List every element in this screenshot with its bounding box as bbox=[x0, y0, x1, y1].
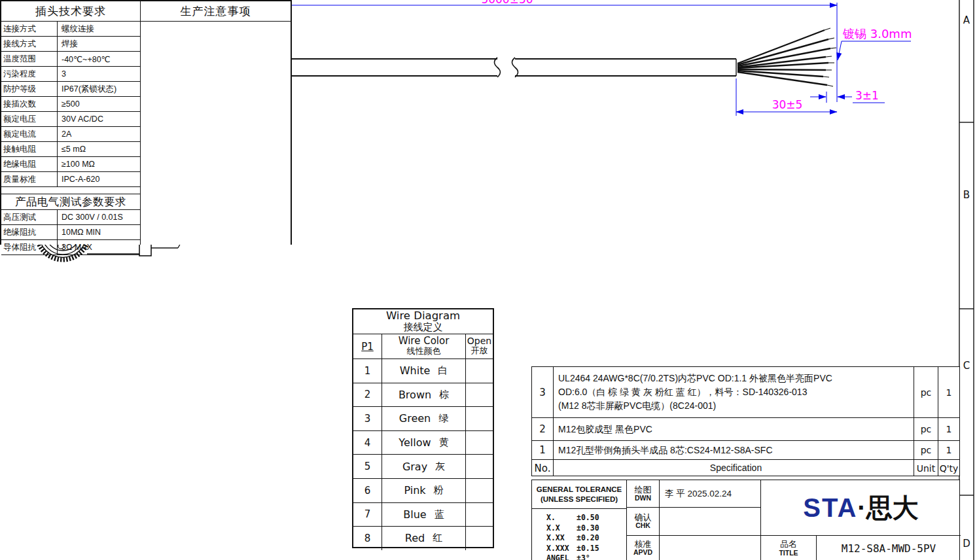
sheet-border bbox=[959, 0, 974, 560]
wire-row: 4Yellow黄 bbox=[353, 431, 493, 455]
wire-row: 2Brown棕 bbox=[353, 383, 493, 408]
stripped-wires bbox=[737, 28, 836, 86]
table-row: 防护等级IP67(紧锁状态) bbox=[1, 82, 140, 97]
bom-row: 1 M12孔型带倒角插头半成品 8芯:CS24-M12-S8A-SFC pc 1 bbox=[532, 441, 959, 460]
dim-strip-length-label: 30±5 bbox=[772, 98, 803, 111]
wire-row: 6Pink粉 bbox=[353, 479, 493, 503]
sta-logo-text: STA bbox=[803, 493, 857, 523]
production-notes-title: 生产注意事项 bbox=[141, 1, 291, 22]
bom-row: 2 M12包胶成型 黑色PVC pc 1 bbox=[532, 418, 959, 441]
table-row: 接触电阻≤5 mΩ bbox=[1, 142, 140, 157]
wire-diagram-table: Wire Diagram 接线定义 P1 Wire Color 线性颜色 Ope… bbox=[352, 308, 494, 548]
engineering-drawing-sheet: 33.3±1 5000±50 31±1 bbox=[0, 0, 977, 560]
approved-by-value bbox=[660, 536, 761, 560]
bom-table: 3 UL2464 24AWG*8C(7/0.2TS)内芯PVC OD:1.1 外… bbox=[531, 366, 960, 476]
zone-letter-a: A bbox=[963, 14, 970, 26]
electrical-test-section-title: 产品电气测试参数要求 bbox=[1, 194, 140, 210]
table-row: 额定电压30V AC/DC bbox=[1, 112, 140, 127]
wire-row: 8Red红 bbox=[353, 527, 493, 550]
wire-row: 1White白 bbox=[353, 359, 493, 383]
company-logo: STA·思大 bbox=[761, 480, 961, 536]
zone-letter-d: D bbox=[963, 538, 970, 550]
wire-row: 7Blue蓝 bbox=[353, 503, 493, 527]
tin-note: 镀锡 3.0mm bbox=[838, 27, 912, 60]
table-row: 绝缘电阻≥100 MΩ bbox=[1, 157, 140, 172]
part-name-label: 品名TITLE bbox=[761, 536, 817, 560]
wire-row: 5Gray灰 bbox=[353, 455, 493, 479]
tech-requirements-table: 插头技术要求 连接方式螺纹连接 接线方式焊接 温度范围-40℃~+80℃ 污染程… bbox=[0, 0, 141, 245]
drawn-by-value: 李 平 2025.02.24 bbox=[660, 480, 761, 508]
table-row: 接线方式焊接 bbox=[1, 37, 140, 52]
table-row: 导体阻抗3Ω MAX bbox=[1, 240, 140, 255]
approved-by-label: 核准APVD bbox=[627, 536, 660, 560]
production-notes-panel: 生产注意事项 bbox=[141, 0, 292, 245]
table-spacer bbox=[1, 187, 140, 194]
bom-row: 3 UL2464 24AWG*8C(7/0.2TS)内芯PVC OD:1.1 外… bbox=[532, 367, 959, 418]
table-row: 高压测试DC 300V / 0.01S bbox=[1, 210, 140, 225]
table-row: 温度范围-40℃~+80℃ bbox=[1, 52, 140, 67]
zone-letter-c: C bbox=[963, 360, 970, 372]
table-row: 绝缘阻抗10MΩ MIN bbox=[1, 225, 140, 240]
table-row: 连接方式螺纹连接 bbox=[1, 22, 140, 37]
wire-table-header: P1 Wire Color 线性颜色 Open 开放 bbox=[353, 334, 493, 359]
wire-table-title: Wire Diagram 接线定义 bbox=[353, 309, 493, 334]
zone-letters: A B C D bbox=[963, 14, 970, 550]
table-row: 质量标准IPC-A-620 bbox=[1, 172, 140, 187]
bom-header-row: No. Specification Unit Q'ty bbox=[532, 460, 959, 476]
sta-logo-cn: ·思大 bbox=[857, 490, 918, 526]
checked-by-value bbox=[660, 508, 761, 536]
checked-by-label: 确认CHK bbox=[627, 508, 660, 536]
dim-tin-length-label: 3±1 bbox=[855, 89, 879, 102]
wire-row: 3Green绿 bbox=[353, 407, 493, 431]
drawn-by-label: 绘图DWN bbox=[627, 480, 660, 508]
table-row: 额定电流2A bbox=[1, 127, 140, 142]
svg-text:镀锡 3.0mm: 镀锡 3.0mm bbox=[842, 27, 912, 41]
part-number: M12-S8A-MWD-5PV bbox=[817, 536, 961, 560]
table-row: 接插次数≥500 bbox=[1, 97, 140, 112]
general-tolerance-header: GENERAL TOLERANCE (UNLESS SPECIFIED) bbox=[532, 480, 627, 509]
title-block: GENERAL TOLERANCE (UNLESS SPECIFIED) X.±… bbox=[531, 480, 960, 560]
tolerance-values: X.±0.50 X.X±0.30 X.XX±0.20 X.XXX±0.15 AN… bbox=[532, 509, 627, 560]
zone-letter-b: B bbox=[963, 189, 970, 201]
dim-cable-length-label: 5000±50 bbox=[481, 0, 533, 6]
table-row: 污染程度3 bbox=[1, 67, 140, 82]
tech-table-title: 插头技术要求 bbox=[1, 1, 140, 22]
